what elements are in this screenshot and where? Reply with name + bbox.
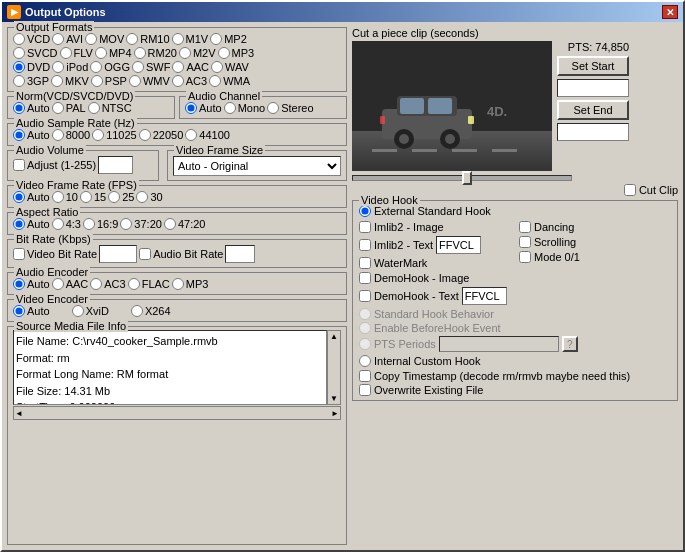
- radio-ach-auto[interactable]: [185, 102, 197, 114]
- radio-ve-auto[interactable]: [13, 305, 25, 317]
- ar-169[interactable]: 16:9: [83, 218, 118, 230]
- radio-fps-25[interactable]: [108, 191, 120, 203]
- radio-rm10[interactable]: [126, 33, 138, 45]
- radio-norm-pal[interactable]: [52, 102, 64, 114]
- radio-internal-hook[interactable]: [359, 355, 371, 367]
- copy-timestamp-checkbox[interactable]: [359, 370, 371, 382]
- fps-30[interactable]: 30: [136, 191, 162, 203]
- volume-adjust-check[interactable]: Adjust (1-255): [13, 159, 96, 171]
- demohook-text-input[interactable]: [462, 287, 507, 305]
- fmt-svcd[interactable]: SVCD: [13, 47, 58, 59]
- norm-pal[interactable]: PAL: [52, 102, 86, 114]
- hook-demohook-image[interactable]: DemoHook - Image: [359, 272, 511, 284]
- radio-ve-xvid[interactable]: [72, 305, 84, 317]
- hscroll-left[interactable]: ◄: [15, 409, 23, 418]
- ae-flac[interactable]: FLAC: [128, 278, 170, 290]
- overwrite-checkbox[interactable]: [359, 384, 371, 396]
- radio-rm20[interactable]: [134, 47, 146, 59]
- video-frame-size-select[interactable]: Auto - Original: [173, 156, 341, 176]
- scroll-up-arrow[interactable]: ▲: [330, 332, 338, 341]
- radio-avi[interactable]: [52, 33, 64, 45]
- ae-ac3[interactable]: AC3: [90, 278, 125, 290]
- radio-3gp[interactable]: [13, 75, 25, 87]
- radio-wmv[interactable]: [129, 75, 141, 87]
- radio-external-hook[interactable]: [359, 205, 371, 217]
- radio-sr-11025[interactable]: [92, 129, 104, 141]
- audio-bitrate-input[interactable]: 96: [225, 245, 255, 263]
- ae-auto[interactable]: Auto: [13, 278, 50, 290]
- cut-clip-check-label[interactable]: Cut Clip: [624, 184, 678, 196]
- hscroll-right[interactable]: ►: [331, 409, 339, 418]
- ve-auto[interactable]: Auto: [13, 305, 50, 317]
- external-hook-label[interactable]: External Standard Hook: [359, 205, 491, 217]
- fmt-m1v[interactable]: M1V: [172, 33, 209, 45]
- fps-15[interactable]: 15: [80, 191, 106, 203]
- fmt-rm10[interactable]: RM10: [126, 33, 169, 45]
- cb-imlib2-text[interactable]: [359, 239, 371, 251]
- radio-ar-auto[interactable]: [13, 218, 25, 230]
- hook-dancing[interactable]: Dancing: [519, 221, 671, 233]
- slider-thumb[interactable]: [462, 171, 472, 185]
- audio-bitrate-checkbox[interactable]: [139, 248, 151, 260]
- sr-8000[interactable]: 8000: [52, 129, 90, 141]
- radio-vcd[interactable]: [13, 33, 25, 45]
- radio-ach-mono[interactable]: [224, 102, 236, 114]
- overwrite-label[interactable]: Overwrite Existing File: [359, 384, 483, 396]
- fmt-mov[interactable]: MOV: [85, 33, 124, 45]
- ach-mono[interactable]: Mono: [224, 102, 266, 114]
- radio-psp[interactable]: [91, 75, 103, 87]
- fmt-ogg[interactable]: OGG: [90, 61, 130, 73]
- radio-aac[interactable]: [172, 61, 184, 73]
- radio-fps-10[interactable]: [52, 191, 64, 203]
- volume-checkbox[interactable]: [13, 159, 25, 171]
- fmt-wma[interactable]: WMA: [209, 75, 250, 87]
- sr-11025[interactable]: 11025: [92, 129, 137, 141]
- norm-ntsc[interactable]: NTSC: [88, 102, 132, 114]
- radio-mov[interactable]: [85, 33, 97, 45]
- radio-ar-3720[interactable]: [120, 218, 132, 230]
- fps-auto[interactable]: Auto: [13, 191, 50, 203]
- radio-swf[interactable]: [132, 61, 144, 73]
- hook-imlib2-image[interactable]: Imlib2 - Image: [359, 221, 511, 233]
- fmt-psp[interactable]: PSP: [91, 75, 127, 87]
- radio-mp2[interactable]: [210, 33, 222, 45]
- fmt-wav[interactable]: WAV: [211, 61, 249, 73]
- hook-watermark[interactable]: WaterMark: [359, 257, 511, 269]
- radio-ae-mp3[interactable]: [172, 278, 184, 290]
- cb-mode01[interactable]: [519, 251, 531, 263]
- help-button[interactable]: ?: [562, 336, 578, 352]
- fmt-avi[interactable]: AVI: [52, 33, 83, 45]
- ach-stereo[interactable]: Stereo: [267, 102, 313, 114]
- fps-25[interactable]: 25: [108, 191, 134, 203]
- radio-ogg[interactable]: [90, 61, 102, 73]
- set-start-button[interactable]: Set Start: [557, 56, 629, 76]
- radio-svcd[interactable]: [13, 47, 25, 59]
- radio-ar-43[interactable]: [52, 218, 64, 230]
- fmt-mp3[interactable]: MP3: [218, 47, 255, 59]
- sr-22050[interactable]: 22050: [139, 129, 184, 141]
- set-end-button[interactable]: Set End: [557, 100, 629, 120]
- hook-imlib2-text[interactable]: Imlib2 - Text: [359, 236, 511, 254]
- ach-auto[interactable]: Auto: [185, 102, 222, 114]
- fmt-mkv[interactable]: MKV: [51, 75, 89, 87]
- cb-scrolling[interactable]: [519, 236, 531, 248]
- radio-mp3[interactable]: [218, 47, 230, 59]
- radio-ipod[interactable]: [52, 61, 64, 73]
- ve-x264[interactable]: X264: [111, 305, 171, 317]
- fmt-dvd[interactable]: DVD: [13, 61, 50, 73]
- ae-mp3[interactable]: MP3: [172, 278, 209, 290]
- source-scrollbar[interactable]: ▲ ▼: [327, 330, 341, 405]
- fmt-ac3[interactable]: AC3: [172, 75, 207, 87]
- radio-ar-169[interactable]: [83, 218, 95, 230]
- start-value-input[interactable]: 0.000: [557, 79, 629, 97]
- sr-auto[interactable]: Auto: [13, 129, 50, 141]
- end-value-input[interactable]: 150.464: [557, 123, 629, 141]
- hook-scrolling[interactable]: Scrolling: [519, 236, 671, 248]
- radio-fps-auto[interactable]: [13, 191, 25, 203]
- clip-slider[interactable]: [352, 175, 572, 181]
- video-bitrate-check[interactable]: Video Bit Rate: [13, 248, 97, 260]
- radio-ac3[interactable]: [172, 75, 184, 87]
- fmt-rm20[interactable]: RM20: [134, 47, 177, 59]
- fmt-vcd[interactable]: VCD: [13, 33, 50, 45]
- radio-ve-x264[interactable]: [131, 305, 143, 317]
